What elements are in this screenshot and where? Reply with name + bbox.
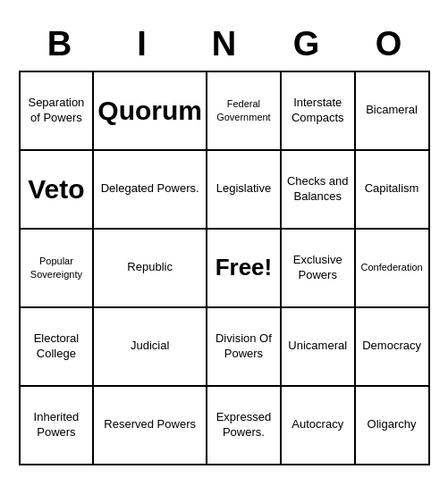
- bingo-cell[interactable]: Judicial: [94, 308, 207, 387]
- bingo-cell[interactable]: Veto: [21, 151, 95, 230]
- bingo-cell[interactable]: Delegated Powers.: [94, 151, 207, 230]
- header-b: B: [19, 21, 101, 67]
- header-o: O: [348, 21, 430, 67]
- bingo-cell[interactable]: Expressed Powers.: [207, 387, 282, 465]
- bingo-cell[interactable]: Capitalism: [356, 151, 430, 230]
- header-i: I: [101, 21, 183, 67]
- bingo-cell[interactable]: Inherited Powers: [21, 387, 95, 465]
- bingo-cell[interactable]: Separation of Powers: [21, 72, 95, 151]
- bingo-cell[interactable]: Federal Government: [207, 72, 282, 151]
- bingo-cell[interactable]: Checks and Balances: [282, 151, 356, 230]
- bingo-header: B I N G O: [19, 21, 430, 67]
- bingo-cell[interactable]: Reserved Powers: [94, 387, 207, 465]
- bingo-cell[interactable]: Legislative: [207, 151, 282, 230]
- header-n: N: [183, 21, 266, 67]
- bingo-cell[interactable]: Autocracy: [282, 387, 356, 465]
- bingo-cell[interactable]: Confederation: [356, 230, 430, 308]
- bingo-cell[interactable]: Bicameral: [356, 72, 430, 151]
- header-g: G: [266, 21, 348, 67]
- bingo-cell[interactable]: Interstate Compacts: [282, 72, 356, 151]
- bingo-cell[interactable]: Quorum: [94, 72, 207, 151]
- bingo-cell[interactable]: Democracy: [356, 308, 430, 387]
- bingo-cell[interactable]: Exclusive Powers: [282, 230, 356, 308]
- bingo-cell[interactable]: Electoral College: [21, 308, 95, 387]
- bingo-cell[interactable]: Oligarchy: [356, 387, 430, 465]
- bingo-grid: Separation of PowersQuorumFederal Govern…: [19, 71, 430, 465]
- bingo-cell[interactable]: Division Of Powers: [207, 308, 282, 387]
- bingo-cell[interactable]: Popular Sovereignty: [21, 230, 95, 308]
- bingo-cell[interactable]: Free!: [207, 230, 282, 308]
- bingo-cell[interactable]: Republic: [94, 230, 207, 308]
- bingo-card: B I N G O Separation of PowersQuorumFede…: [10, 13, 439, 474]
- bingo-cell[interactable]: Unicameral: [282, 308, 356, 387]
